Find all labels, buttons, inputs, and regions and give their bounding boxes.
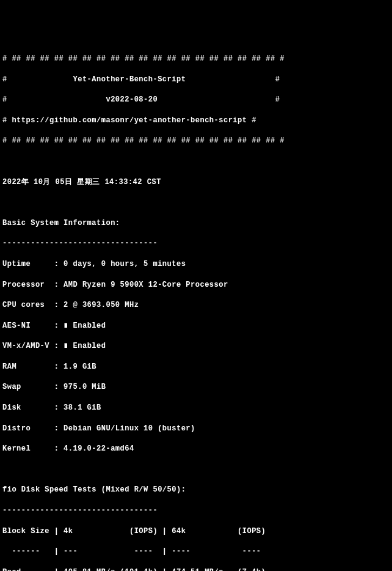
sys-uptime: Uptime : 0 days, 0 hours, 5 minutes	[2, 259, 392, 270]
sys-kernel: Kernel : 4.19.0-22-amd64	[2, 444, 392, 454]
timestamp-line: 2022年 10月 05日 星期三 14:33:42 CST	[2, 177, 392, 188]
sys-cores: CPU cores : 2 @ 3693.050 MHz	[2, 300, 392, 311]
sys-aesni: AES-NI : ∎ Enabled	[2, 321, 392, 331]
banner-url: # https://github.com/masonr/yet-another-…	[2, 116, 392, 126]
sys-vmx: VM-x/AMD-V : ∎ Enabled	[2, 341, 392, 352]
sys-disk: Disk : 38.1 GiB	[2, 403, 392, 413]
sys-distro: Distro : Debian GNU/Linux 10 (buster)	[2, 424, 392, 434]
banner-line: # ## ## ## ## ## ## ## ## ## ## ## ## ##…	[2, 136, 392, 146]
terminal-output: # ## ## ## ## ## ## ## ## ## ## ## ## ##…	[2, 43, 392, 571]
banner-title: # Yet-Another-Bench-Script #	[2, 75, 392, 85]
fio-table-sep: ------ | --- ---- | ---- ----	[2, 547, 392, 557]
section-title-fio: fio Disk Speed Tests (Mixed R/W 50/50):	[2, 485, 392, 495]
banner-line: # ## ## ## ## ## ## ## ## ## ## ## ## ##…	[2, 54, 392, 64]
separator: ---------------------------------	[2, 238, 392, 249]
banner-version: # v2022-08-20 #	[2, 95, 392, 105]
sys-ram: RAM : 1.9 GiB	[2, 362, 392, 372]
separator: ---------------------------------	[2, 506, 392, 516]
sys-processor: Processor : AMD Ryzen 9 5900X 12-Core Pr…	[2, 280, 392, 290]
section-title-sysinfo: Basic System Information:	[2, 218, 392, 229]
fio-read-row: Read | 405.81 MB/s (101.4k) | 474.51 MB/…	[2, 567, 392, 571]
sys-swap: Swap : 975.0 MiB	[2, 382, 392, 392]
fio-table-header: Block Size | 4k (IOPS) | 64k (IOPS)	[2, 526, 392, 537]
